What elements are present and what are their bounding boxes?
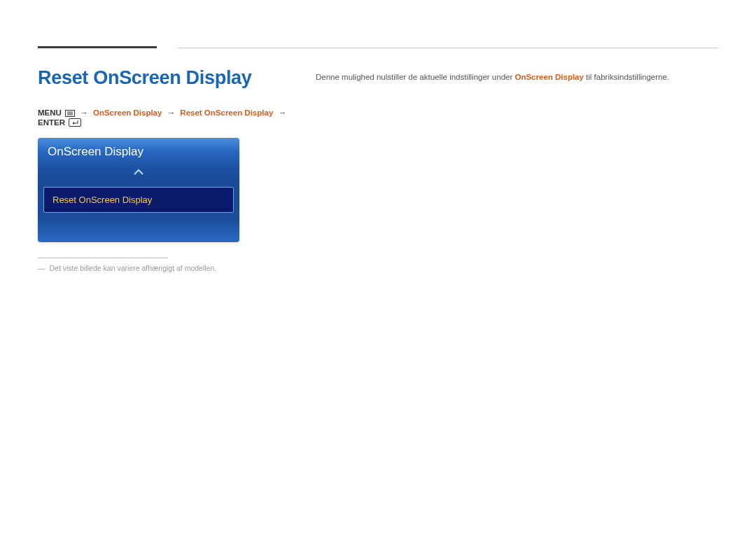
svg-rect-4 [69, 119, 81, 127]
breadcrumb-arrow: → [167, 108, 176, 117]
footnote-dash: ― [38, 264, 46, 272]
section-rule-long [178, 48, 718, 48]
osd-panel-header: OnScreen Display [38, 138, 239, 164]
breadcrumb: MENU → OnScreen Display → Reset OnScreen… [38, 108, 314, 128]
breadcrumb-arrow: → [278, 108, 286, 117]
osd-item-reset[interactable]: Reset OnScreen Display [43, 187, 234, 213]
breadcrumb-step1: OnScreen Display [93, 108, 162, 117]
osd-scroll-up[interactable] [38, 164, 239, 181]
menu-icon [65, 110, 75, 118]
section-rule-short [38, 46, 157, 48]
page-title: Reset OnScreen Display [38, 67, 314, 89]
osd-panel: OnScreen Display Reset OnScreen Display [38, 138, 239, 242]
chevron-up-icon [133, 169, 144, 176]
osd-item-container: Reset OnScreen Display [38, 181, 239, 218]
footnote-rule [38, 258, 168, 258]
description-highlight: OnScreen Display [514, 73, 583, 81]
description-pre: Denne mulighed nulstiller de aktuelle in… [316, 73, 514, 81]
footnote-text: Det viste billede kan variere afhængigt … [50, 264, 217, 272]
breadcrumb-arrow: → [80, 108, 88, 117]
breadcrumb-enter-label: ENTER [38, 118, 65, 127]
enter-icon [69, 118, 81, 128]
description-text: Denne mulighed nulstiller de aktuelle in… [316, 71, 718, 83]
footnote: ― Det viste billede kan variere afhængig… [38, 264, 314, 272]
breadcrumb-step2: Reset OnScreen Display [180, 108, 273, 117]
description-post: til fabriksindstillingerne. [584, 73, 669, 81]
osd-panel-bottom [38, 218, 239, 242]
breadcrumb-menu-label: MENU [38, 108, 62, 117]
right-column: Denne mulighed nulstiller de aktuelle in… [314, 67, 718, 272]
left-column: Reset OnScreen Display MENU → OnScreen D… [38, 67, 314, 272]
